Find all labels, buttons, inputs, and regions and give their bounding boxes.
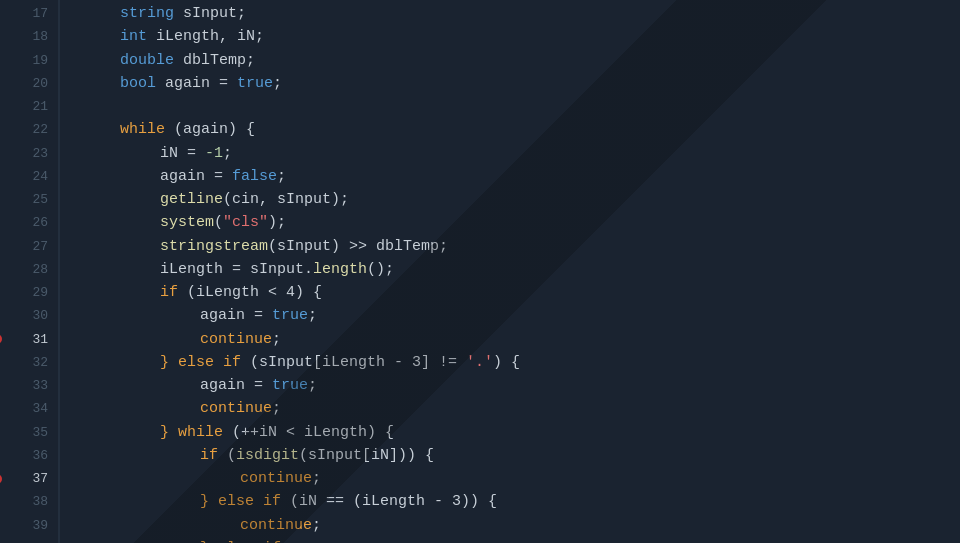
- code-token: if: [200, 447, 218, 464]
- code-line: continue;: [80, 514, 940, 537]
- code-token: true: [237, 75, 273, 92]
- code-token: double: [120, 52, 174, 69]
- code-line: continue;: [80, 397, 940, 420]
- code-token: isdigit: [236, 447, 299, 464]
- code-token: -1: [205, 145, 223, 162]
- line-number: 21: [0, 95, 48, 118]
- breakpoint-icon: [0, 334, 2, 344]
- code-token: );: [268, 214, 286, 231]
- code-token: length: [313, 261, 367, 278]
- code-line: while (again) {: [80, 118, 940, 141]
- code-token: "cls": [223, 214, 268, 231]
- code-line: continue;: [80, 467, 940, 490]
- code-token: iLength, iN;: [147, 28, 264, 45]
- line-number: 31: [0, 328, 48, 351]
- line-number: 33: [0, 374, 48, 397]
- code-line: iLength = sInput.length();: [80, 258, 940, 281]
- code-token: ;: [272, 400, 281, 417]
- code-line: system("cls");: [80, 211, 940, 234]
- line-number: 38: [0, 490, 48, 513]
- code-line: } else if (sInput[iLength - 3] != '.') {: [80, 351, 940, 374]
- code-line: stringstream(sInput) >> dblTemp;: [80, 235, 940, 258]
- line-number: 37: [0, 467, 48, 490]
- code-token: (: [214, 214, 223, 231]
- code-line: int iLength, iN;: [80, 25, 940, 48]
- code-token: bool: [120, 75, 156, 92]
- code-editor: 171819202122□232425262728293031323334353…: [0, 0, 960, 543]
- line-number: 36: [0, 444, 48, 467]
- code-token: while: [120, 121, 165, 138]
- code-token: dblTemp;: [174, 52, 255, 69]
- line-numbers: 171819202122□232425262728293031323334353…: [0, 0, 60, 543]
- code-token: (again) {: [165, 121, 255, 138]
- code-line: double dblTemp;: [80, 49, 940, 72]
- code-token: ;: [272, 331, 281, 348]
- code-token: iN =: [160, 145, 205, 162]
- code-token: again =: [160, 168, 232, 185]
- code-token: getline: [160, 191, 223, 208]
- code-token: ;: [273, 75, 282, 92]
- code-token: (: [218, 447, 236, 464]
- code-line: if (iLength < 4) {: [80, 281, 940, 304]
- code-token: string: [120, 5, 174, 22]
- line-number: 25: [0, 188, 48, 211]
- code-token: (cin, sInput);: [223, 191, 349, 208]
- code-token: iLength = sInput.: [160, 261, 313, 278]
- code-token: ;: [308, 377, 317, 394]
- code-token: ;: [312, 517, 321, 534]
- line-number: 26: [0, 211, 48, 234]
- line-number: 30: [0, 304, 48, 327]
- code-token: } while: [160, 424, 223, 441]
- code-token: false: [232, 168, 277, 185]
- code-token: continue: [200, 400, 272, 417]
- code-line: again = false;: [80, 165, 940, 188]
- line-number: 27: [0, 235, 48, 258]
- code-line: iN = -1;: [80, 142, 940, 165]
- code-token: again =: [200, 307, 272, 324]
- line-number: 39: [0, 514, 48, 537]
- line-number: 32: [0, 351, 48, 374]
- line-number: 17: [0, 2, 48, 25]
- line-number: 22□: [0, 118, 48, 141]
- code-token: '.': [466, 354, 493, 371]
- code-token: again =: [156, 75, 237, 92]
- code-token: stringstream: [160, 238, 268, 255]
- code-token: (++iN < iLength) {: [223, 424, 394, 441]
- line-number: 40: [0, 537, 48, 543]
- code-token: ) {: [493, 354, 520, 371]
- code-token: sInput;: [174, 5, 246, 22]
- code-token: (sInput[iLength - 3] !=: [241, 354, 466, 371]
- code-token: continue: [200, 331, 272, 348]
- line-number: 29: [0, 281, 48, 304]
- code-line: string sInput;: [80, 2, 940, 25]
- code-token: } else if: [200, 493, 281, 510]
- breakpoint-icon: [0, 474, 2, 484]
- line-number: 19: [0, 49, 48, 72]
- line-number: 34: [0, 397, 48, 420]
- code-token: ;: [223, 145, 232, 162]
- code-line: } while (++iN < iLength) {: [80, 421, 940, 444]
- code-token: int: [120, 28, 147, 45]
- code-line: bool again = true;: [80, 72, 940, 95]
- line-number: 20: [0, 72, 48, 95]
- code-token: again =: [200, 377, 272, 394]
- code-line: [80, 95, 940, 118]
- code-line: again = true;: [80, 374, 940, 397]
- line-number: 18: [0, 25, 48, 48]
- code-token: ;: [312, 470, 321, 487]
- code-token: (sInput) >> dblTemp;: [268, 238, 448, 255]
- line-number: 24: [0, 165, 48, 188]
- code-line: continue;: [80, 328, 940, 351]
- code-token: (sInput[iN])) {: [299, 447, 434, 464]
- code-line: if (isdigit(sInput[iN])) {: [80, 444, 940, 467]
- code-token: continue: [240, 470, 312, 487]
- code-token: continue: [240, 517, 312, 534]
- code-line: } else if...: [80, 537, 940, 543]
- code-line: } else if (iN == (iLength - 3)) {: [80, 490, 940, 513]
- code-area: string sInput;int iLength, iN;double dbl…: [60, 0, 960, 543]
- code-token: system: [160, 214, 214, 231]
- code-token: (iLength < 4) {: [178, 284, 322, 301]
- code-line: again = true;: [80, 304, 940, 327]
- code-token: (iN == (iLength - 3)) {: [281, 493, 497, 510]
- code-token: } else if: [160, 354, 241, 371]
